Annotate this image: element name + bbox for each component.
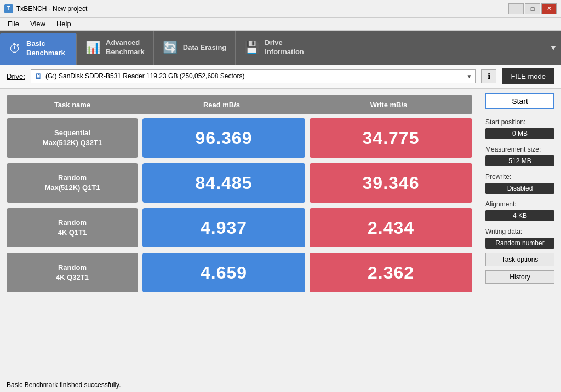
alignment-label: Alignment: xyxy=(485,200,554,208)
benchmark-table: Task name Read mB/s Write mB/s Sequentia… xyxy=(0,89,479,377)
menu-bar: File View Help xyxy=(0,18,561,31)
row-label-2: Random4K Q1T1 xyxy=(7,208,138,247)
read-cell-3: 4.659 xyxy=(142,253,305,292)
read-cell-0: 96.369 xyxy=(142,118,305,158)
menu-view[interactable]: View xyxy=(25,19,51,29)
prewrite-value: Disabled xyxy=(485,183,554,194)
main-content: Task name Read mB/s Write mB/s Sequentia… xyxy=(0,89,561,377)
bench-row-2: Random4K Q1T1 4.937 2.434 xyxy=(7,208,472,247)
drive-device-icon: 🖥 xyxy=(35,72,42,80)
write-cell-1: 39.346 xyxy=(310,163,472,203)
tab-dropdown-button[interactable]: ▼ xyxy=(546,31,561,65)
start-position-value: 0 MB xyxy=(485,128,554,139)
table-header: Task name Read mB/s Write mB/s xyxy=(7,95,472,114)
menu-help[interactable]: Help xyxy=(51,19,77,29)
minimize-button[interactable]: ─ xyxy=(508,3,524,14)
tab-erasing-label: Data Erasing xyxy=(183,43,226,53)
drive-select-wrapper: 🖥 (G:) SanDisk SDDR-B531 Reader 119.23 G… xyxy=(31,69,476,83)
row-label-3: Random4K Q32T1 xyxy=(7,253,138,292)
row-label-1: RandomMax(512K) Q1T1 xyxy=(7,163,138,203)
advanced-benchmark-icon: 📊 xyxy=(85,41,100,55)
close-button[interactable]: ✕ xyxy=(541,3,557,14)
start-button[interactable]: Start xyxy=(485,93,554,109)
window-title: TxBENCH - New project xyxy=(16,5,508,13)
drive-info-button[interactable]: ℹ xyxy=(481,69,496,83)
status-message: Basic Benchmark finished successfully. xyxy=(7,381,121,389)
maximize-button[interactable]: □ xyxy=(525,3,540,14)
task-options-button[interactable]: Task options xyxy=(485,253,554,266)
tab-drive-information[interactable]: 💾 DriveInformation xyxy=(236,31,313,65)
drive-label: Drive: xyxy=(7,72,25,80)
start-position-label: Start position: xyxy=(485,118,554,126)
tab-advanced-benchmark[interactable]: 📊 AdvancedBenchmark xyxy=(77,31,154,65)
tab-bar: ⏱ BasicBenchmark 📊 AdvancedBenchmark 🔄 D… xyxy=(0,31,561,65)
prewrite-label: Prewrite: xyxy=(485,173,554,181)
tab-advanced-label: AdvancedBenchmark xyxy=(106,38,145,57)
read-cell-2: 4.937 xyxy=(142,208,305,247)
data-erasing-icon: 🔄 xyxy=(163,41,178,55)
write-cell-2: 2.434 xyxy=(310,208,472,247)
menu-file[interactable]: File xyxy=(2,19,25,29)
write-cell-3: 2.362 xyxy=(310,253,472,292)
bench-row-3: Random4K Q32T1 4.659 2.362 xyxy=(7,253,472,292)
drive-info-icon: 💾 xyxy=(244,41,259,55)
writing-data-label: Writing data: xyxy=(485,228,554,235)
basic-benchmark-icon: ⏱ xyxy=(9,42,21,56)
alignment-value: 4 KB xyxy=(485,210,554,221)
header-read: Read mB/s xyxy=(138,99,305,111)
write-cell-0: 34.775 xyxy=(310,118,472,158)
status-bar: Basic Benchmark finished successfully. xyxy=(0,377,561,392)
drive-select-arrow[interactable]: ▼ xyxy=(467,73,472,79)
header-write: Write mB/s xyxy=(305,99,472,111)
read-cell-1: 84.485 xyxy=(142,163,305,203)
writing-data-value: Random number xyxy=(485,238,554,249)
drive-bar: Drive: 🖥 (G:) SanDisk SDDR-B531 Reader 1… xyxy=(0,65,561,89)
measurement-size-value: 512 MB xyxy=(485,155,554,166)
header-task-name: Task name xyxy=(7,99,138,111)
bench-row-1: RandomMax(512K) Q1T1 84.485 39.346 xyxy=(7,163,472,203)
drive-text: (G:) SanDisk SDDR-B531 Reader 119.23 GB … xyxy=(45,72,463,80)
tab-basic-benchmark[interactable]: ⏱ BasicBenchmark xyxy=(0,33,77,65)
bench-row-0: SequentialMax(512K) Q32T1 96.369 34.775 xyxy=(7,118,472,158)
measurement-size-label: Measurement size: xyxy=(485,146,554,153)
tab-data-erasing[interactable]: 🔄 Data Erasing xyxy=(154,31,236,65)
file-mode-button[interactable]: FILE mode xyxy=(502,68,554,84)
window-controls: ─ □ ✕ xyxy=(508,3,557,14)
title-bar: T TxBENCH - New project ─ □ ✕ xyxy=(0,0,561,18)
tab-basic-label: BasicBenchmark xyxy=(26,39,65,58)
app-icon: T xyxy=(4,4,13,13)
row-label-0: SequentialMax(512K) Q32T1 xyxy=(7,118,138,158)
sidebar: Start Start position: 0 MB Measurement s… xyxy=(479,89,561,377)
history-button[interactable]: History xyxy=(485,270,554,284)
tab-driveinfo-label: DriveInformation xyxy=(265,38,304,57)
